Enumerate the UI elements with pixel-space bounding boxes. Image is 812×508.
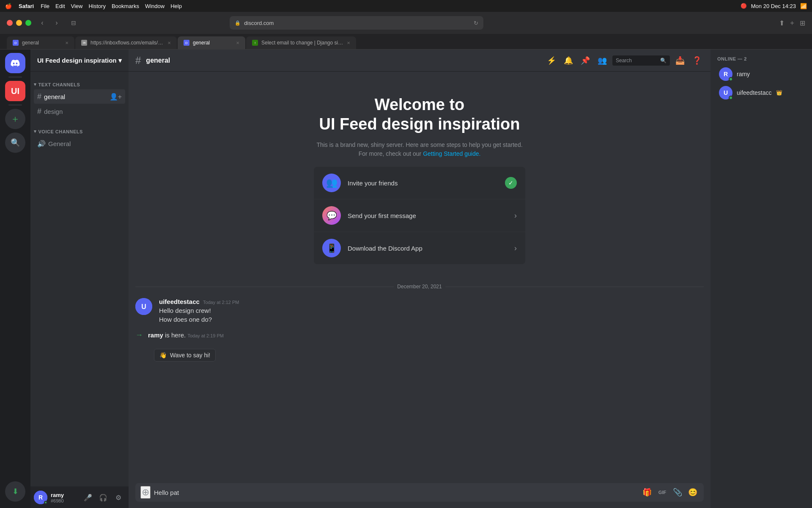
download-app-card[interactable]: 📱 Download the Discord App › [314,232,525,264]
battery-icon: 🔴 [741,3,747,9]
voice-channels-category[interactable]: ▾ VOICE CHANNELS [30,122,129,136]
chevron-down-icon: ▾ [118,57,122,64]
message-input[interactable] [154,489,638,496]
tab-overview-button[interactable]: ⊞ [800,19,805,28]
maximize-window-button[interactable] [25,20,31,26]
back-button[interactable]: ‹ [36,17,48,29]
date-line-left [135,287,394,287]
message-author-1[interactable]: uifeedtestacc [159,298,200,305]
message-avatar-1[interactable]: U [135,298,152,315]
join-text: ramy is here. Today at 2:19 PM [148,331,224,339]
sticker-button[interactable]: 📎 [672,486,683,498]
tab-close-1[interactable]: ✕ [65,41,69,45]
member-item-uifeedtestacc[interactable]: U uifeedtestacc 👑 [717,83,805,102]
members-list-button[interactable]: 👥 [595,54,609,67]
discord-home-button[interactable] [5,53,25,73]
channel-item-design[interactable]: # design [34,104,125,119]
user-avatar[interactable]: R [34,491,47,504]
hash-icon-design: # [37,107,41,116]
menu-history[interactable]: History [88,3,105,9]
tab-label-2: general [193,40,233,46]
member-status-ramy [729,77,733,81]
chat-area: # general ⚡ 🔔 📌 👥 Search 🔍 📥 ❓ Welcome t [129,50,710,508]
voice-channel-name: General [48,140,122,147]
invite-check-icon: ✓ [505,177,517,189]
discover-servers-button[interactable]: 🔍 [5,133,25,153]
welcome-cards: 👥 Invite your friends ✓ 💬 Send your firs… [314,167,525,264]
member-item-ramy[interactable]: R ramy [717,65,805,83]
svg-text:R: R [38,494,43,501]
text-channels-category[interactable]: ▾ TEXT CHANNELS [30,75,129,89]
apple-menu[interactable]: 🍎 [5,3,12,9]
members-sidebar: ONLINE — 2 R ramy U uifeedtestacc 👑 [710,50,812,508]
tab-general-2[interactable]: D general ✕ [178,36,245,49]
menu-view[interactable]: View [71,3,83,9]
tab-favicon-2: D [184,40,189,46]
username-display: ramy [51,492,78,498]
server-ui-feed[interactable]: UI [5,81,25,101]
tab-general-1[interactable]: D general ✕ [7,36,74,49]
attach-file-button[interactable]: ⊕ [140,486,151,499]
user-discriminator: #6980 [51,498,78,503]
app-name[interactable]: Safari [19,3,34,9]
invite-card-icon: 👥 [322,174,341,192]
deafen-button[interactable]: 🎧 [96,491,110,504]
minimize-window-button[interactable] [16,20,22,26]
reload-icon[interactable]: ↻ [474,20,478,26]
voice-category-chevron-icon: ▾ [34,129,37,134]
server-separator [8,77,22,77]
channel-item-general[interactable]: # general 👤+ [34,89,125,104]
search-icon: 🔍 [660,58,667,64]
mute-button[interactable]: 🎤 [81,491,95,504]
welcome-subtitle: This is a brand new, shiny server. Here … [314,141,525,158]
download-card-label: Download the Discord App [348,245,508,252]
server-name: UI Feed design inspiration [37,57,117,64]
address-bar[interactable]: 🔒 discord.com ↻ [230,16,483,30]
invite-friends-card[interactable]: 👥 Invite your friends ✓ [314,167,525,199]
menu-file[interactable]: File [41,3,49,9]
close-window-button[interactable] [7,20,13,26]
menu-help[interactable]: Help [170,3,182,9]
sidebar-toggle-button[interactable]: ⊟ [68,17,80,29]
pinned-messages-button[interactable]: 📌 [579,54,592,67]
emoji-button[interactable]: 😊 [687,486,699,498]
tab-django[interactable]: ! Select email to change | Django site a… [246,36,356,49]
help-button[interactable]: ❓ [690,54,704,67]
server-separator-2 [8,105,22,105]
chat-messages: Welcome to UI Feed design inspiration Th… [129,72,710,483]
tab-close-email[interactable]: ✕ [167,41,171,45]
menu-edit[interactable]: Edit [55,3,65,9]
threads-button[interactable]: ⚡ [545,54,558,67]
send-message-card[interactable]: 💬 Send your first message › [314,199,525,232]
chat-search-bar[interactable]: Search 🔍 [612,55,670,66]
add-user-icon[interactable]: 👤+ [110,93,122,101]
channel-list: ▾ TEXT CHANNELS # general 👤+ # design ▾ … [30,72,129,486]
download-apps-button[interactable]: ⬇ [5,481,25,502]
download-chevron-icon: › [514,244,517,253]
channel-item-general-voice[interactable]: 🔊 General [34,136,125,151]
add-server-button[interactable]: ＋ [5,109,25,129]
clock-display: Mon 20 Dec 14:23 [751,3,796,9]
new-tab-button[interactable]: ＋ [789,19,796,28]
menubar-right: 🔴 Mon 20 Dec 14:23 📶 [741,3,807,9]
text-channels-label: TEXT CHANNELS [38,82,80,87]
tab-email[interactable]: ✉ https://inboxflows.com/emails/_/raw/33… [75,36,177,49]
gift-button[interactable]: 🎁 [641,486,653,498]
gif-button[interactable]: GIF [656,486,668,498]
user-info: ramy #6980 [51,492,78,503]
menu-bookmarks[interactable]: Bookmarks [112,3,139,9]
wave-button[interactable]: 👋 Wave to say hi! [154,349,216,362]
notifications-button[interactable]: 🔔 [562,54,575,67]
join-author[interactable]: ramy [148,331,163,339]
menu-window[interactable]: Window [145,3,165,9]
forward-button[interactable]: › [51,17,63,29]
tab-close-django[interactable]: ✕ [347,41,350,45]
share-button[interactable]: ⬆ [779,19,785,28]
inbox-button[interactable]: 📥 [673,54,687,67]
getting-started-link[interactable]: Getting Started guide. [423,150,480,157]
server-header[interactable]: UI Feed design inspiration ▾ [30,50,129,72]
user-settings-button[interactable]: ⚙ [112,491,125,504]
toolbar-right: ⬆ ＋ ⊞ [779,19,805,28]
tab-close-2[interactable]: ✕ [236,41,239,45]
tab-favicon-email: ✉ [81,40,87,46]
